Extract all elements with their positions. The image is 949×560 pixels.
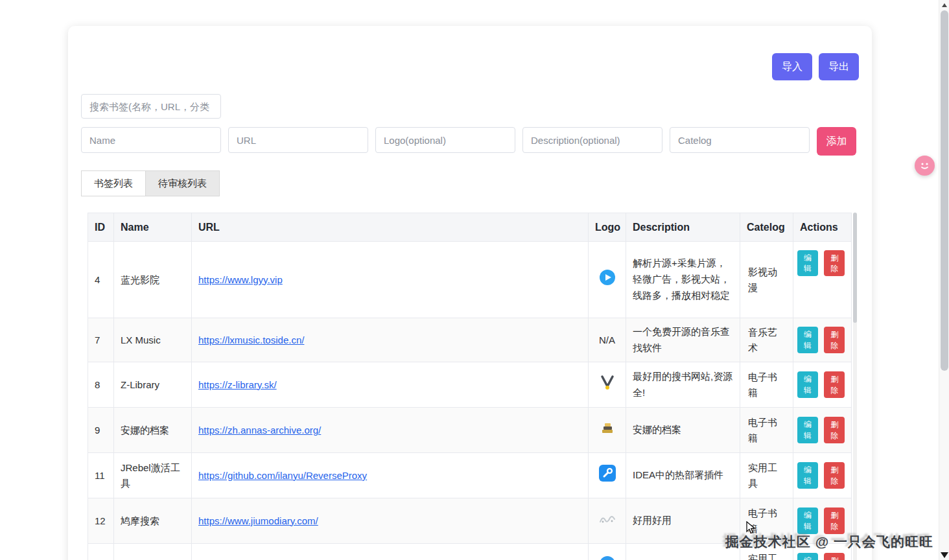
cell-id: 8 [88, 362, 114, 408]
annas-archive-icon [600, 421, 615, 435]
col-actions: Actions [793, 213, 852, 242]
delete-button[interactable]: 删除 [824, 250, 845, 276]
toolbar: 导入 导出 [81, 26, 859, 80]
delete-button[interactable]: 删除 [824, 327, 845, 353]
wrench-icon [599, 465, 616, 482]
bookmark-link[interactable]: https://z-library.sk/ [198, 379, 277, 390]
description-field[interactable] [522, 127, 662, 153]
table-scrollbar[interactable] [853, 213, 857, 560]
cell-name: 蓝光影院 [114, 242, 192, 318]
mascot-float-button[interactable] [915, 156, 935, 176]
bookmark-link[interactable]: https://zh.annas-archive.org/ [198, 425, 321, 436]
table-scrollbar-thumb[interactable] [853, 213, 857, 323]
cell-catelog: 音乐艺术 [740, 318, 793, 362]
cell-id: 7 [88, 318, 114, 362]
bookmark-link[interactable]: https://github.com/ilanyu/ReverseProxy [198, 470, 367, 481]
export-button[interactable]: 导出 [819, 53, 859, 80]
col-name: Name [114, 213, 192, 242]
cell-id: 4 [88, 242, 114, 318]
cell-description: 好用好用 [626, 498, 740, 544]
scroll-down-arrow-icon[interactable] [941, 552, 948, 558]
cell-description: 最好用的搜书网站,资源全! [626, 362, 740, 408]
cell-name: JRebel激活工具 [114, 453, 192, 498]
edit-button[interactable]: 编辑 [797, 553, 818, 560]
cell-catelog: 实用工具 [740, 544, 793, 560]
table-row: 12 鸠摩搜索 https://www.jiumodiary.com/ 好用好用… [88, 498, 852, 544]
cell-description [626, 544, 740, 560]
cell-catelog: 电子书籍 [740, 408, 793, 453]
name-field[interactable] [81, 127, 221, 153]
edit-button[interactable]: 编辑 [797, 250, 818, 276]
cell-name: 安娜的档案 [114, 408, 192, 453]
table-row: 8 Z-Library https://z-library.sk/ 最好用的搜书… [88, 362, 852, 408]
cell-id: 12 [88, 498, 114, 544]
cell-catelog: 实用工具 [740, 453, 793, 498]
page-scrollbar-thumb[interactable] [941, 10, 948, 371]
cell-catelog: 电子书籍 [740, 362, 793, 408]
edit-button[interactable]: 编辑 [797, 462, 818, 488]
play-icon [599, 269, 616, 286]
table-header-row: ID Name URL Logo Description Catelog Act… [88, 213, 852, 242]
tab-bookmark-list[interactable]: 书签列表 [81, 170, 146, 196]
cell-logo-na: N/A [589, 318, 626, 362]
app-icon [599, 555, 616, 560]
cell-name: Z-Library [114, 362, 192, 408]
table-row: 9 安娜的档案 https://zh.annas-archive.org/ 安娜… [88, 408, 852, 453]
bookmark-link[interactable]: https://www.jiumodiary.com/ [198, 515, 318, 526]
table-row: 4 蓝光影院 https://www.lgyy.vip 解析片源+采集片源，轻微… [88, 242, 852, 318]
add-bookmark-form: 添加 [81, 127, 859, 156]
logo-field[interactable] [375, 127, 515, 153]
catelog-field[interactable] [670, 127, 810, 153]
cell-name: 鸠摩搜索 [114, 498, 192, 544]
jiumo-logo-icon [599, 513, 616, 524]
table-row: 11 JRebel激活工具 https://github.com/ilanyu/… [88, 453, 852, 498]
edit-button[interactable]: 编辑 [797, 371, 818, 397]
col-logo: Logo [589, 213, 626, 242]
z-library-icon [599, 374, 616, 391]
delete-button[interactable]: 删除 [824, 462, 845, 488]
edit-button[interactable]: 编辑 [797, 508, 818, 533]
bookmark-link[interactable]: https://lxmusic.toside.cn/ [198, 334, 304, 345]
bookmark-manager-card: 导入 导出 添加 书签列表 待审核列表 ID Name URL Logo Des… [68, 26, 872, 560]
url-field[interactable] [228, 127, 368, 153]
cell-name: Navicat试用 [114, 544, 192, 560]
col-url: URL [192, 213, 589, 242]
bookmark-table: ID Name URL Logo Description Catelog Act… [88, 213, 852, 560]
cell-catelog: 影视动漫 [740, 242, 793, 318]
delete-button[interactable]: 删除 [824, 508, 845, 533]
scroll-up-arrow-icon[interactable] [942, 3, 947, 7]
cell-catelog: 电子书籍 [740, 498, 793, 544]
cell-id: 9 [88, 408, 114, 453]
cell-description: 解析片源+采集片源，轻微广告，影视大站，线路多，播放相对稳定 [626, 242, 740, 318]
tabs: 书签列表 待审核列表 [81, 170, 859, 196]
delete-button[interactable]: 删除 [824, 417, 845, 443]
table-row: 7 LX Music https://lxmusic.toside.cn/ N/… [88, 318, 852, 362]
table-row: Navicat试用 实用工具 编辑 删除 [88, 544, 852, 560]
delete-button[interactable]: 删除 [824, 553, 845, 560]
col-id: ID [88, 213, 114, 242]
page-scrollbar[interactable] [939, 0, 949, 560]
edit-button[interactable]: 编辑 [797, 327, 818, 353]
mascot-face-icon [919, 159, 931, 172]
cell-id: 11 [88, 453, 114, 498]
search-row [81, 94, 859, 119]
edit-button[interactable]: 编辑 [797, 417, 818, 443]
col-description: Description [626, 213, 740, 242]
col-catelog: Catelog [740, 213, 793, 242]
import-button[interactable]: 导入 [772, 53, 812, 80]
search-input[interactable] [81, 94, 221, 119]
cell-name: LX Music [114, 318, 192, 362]
cell-description: 一个免费开源的音乐查找软件 [626, 318, 740, 362]
cell-description: IDEA中的热部署插件 [626, 453, 740, 498]
cell-description: 安娜的档案 [626, 408, 740, 453]
bookmark-link[interactable]: https://www.lgyy.vip [198, 274, 283, 285]
cell-id [88, 544, 114, 560]
tab-pending-review-list[interactable]: 待审核列表 [145, 170, 220, 196]
delete-button[interactable]: 删除 [824, 371, 845, 397]
add-button[interactable]: 添加 [817, 127, 856, 156]
